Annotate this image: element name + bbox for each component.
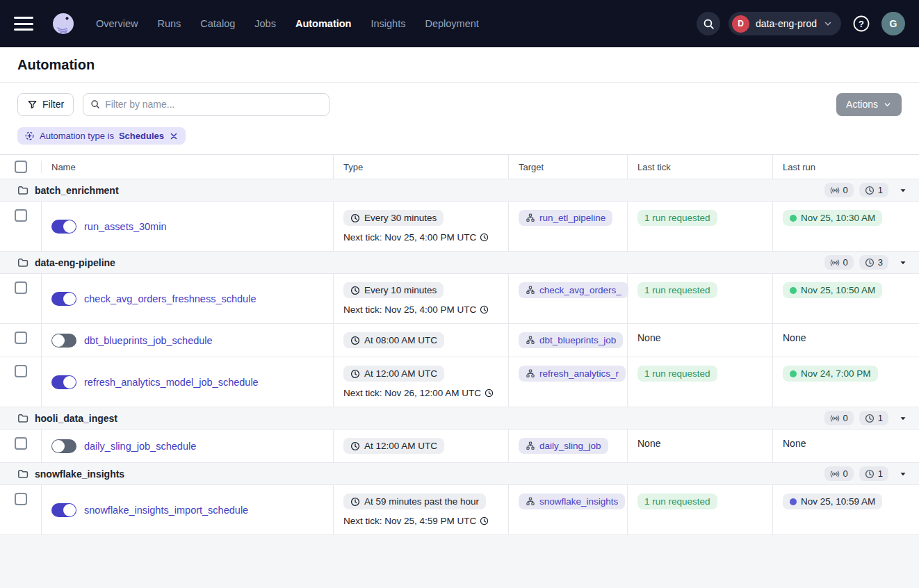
clock-icon (350, 336, 360, 345)
triangle-down-icon (898, 186, 908, 195)
run-status-dot (790, 287, 797, 294)
target-link[interactable]: dbt_blueprints_job (539, 335, 616, 345)
select-all-checkbox[interactable] (15, 161, 27, 173)
search-button[interactable] (697, 12, 720, 35)
row-checkbox[interactable] (15, 332, 27, 344)
nav-runs[interactable]: Runs (157, 18, 181, 29)
target-link[interactable]: daily_sling_job (539, 441, 601, 451)
filter-chip-text: Automation type is (40, 131, 114, 141)
schedule-toggle[interactable] (51, 439, 76, 453)
collapse-group-button[interactable] (898, 414, 908, 423)
nav-jobs[interactable]: Jobs (254, 18, 276, 29)
dagster-logo-icon[interactable] (49, 9, 78, 38)
group-header-hooli-data-ingest[interactable]: hooli_data_ingest 0 1 (0, 407, 919, 429)
schedule-toggle[interactable] (51, 292, 76, 306)
last-tick-badge[interactable]: 1 run requested (637, 282, 717, 298)
row-checkbox[interactable] (15, 209, 27, 222)
schedule-count-badge: 1 (859, 466, 888, 481)
last-run-badge[interactable]: Nov 25, 10:30 AM (783, 210, 882, 226)
help-button[interactable]: ? (849, 12, 873, 35)
target-link[interactable]: snowflake_insights (539, 496, 618, 507)
nav-insights[interactable]: Insights (371, 18, 405, 29)
target-link[interactable]: run_etl_pipeline (539, 213, 605, 223)
target-link[interactable]: check_avg_orders_ (539, 285, 621, 295)
group-name: data-eng-pipeline (35, 257, 115, 268)
schedule-toggle[interactable] (51, 334, 76, 348)
target-badge: check_avg_orders_ (519, 282, 628, 298)
row-checkbox[interactable] (15, 281, 27, 294)
last-tick-none: None (637, 332, 660, 343)
automation-name-link[interactable]: run_assets_30min (84, 221, 167, 232)
group-header-data-eng-pipeline[interactable]: data-eng-pipeline 0 3 (0, 251, 919, 273)
row-checkbox[interactable] (15, 493, 27, 505)
chevron-down-icon (883, 100, 892, 109)
target-link[interactable]: refresh_analytics_r (539, 368, 619, 379)
primary-nav: Overview Runs Catalog Jobs Automation In… (96, 18, 479, 29)
schedule-count-badge: 1 (859, 411, 888, 425)
sensor-icon (830, 258, 840, 268)
schedule-toggle[interactable] (51, 503, 76, 517)
automation-name-link[interactable]: check_avg_orders_freshness_schdule (84, 293, 256, 304)
schedule-count-badge: 3 (859, 255, 888, 270)
automation-name-link[interactable]: daily_sling_job_schedule (84, 441, 196, 452)
table-row: check_avg_orders_freshness_schdule Every… (0, 273, 919, 323)
schedule-toggle[interactable] (51, 375, 76, 389)
run-status-dot (790, 215, 797, 222)
column-header-target: Target (509, 155, 628, 179)
last-tick-badge[interactable]: 1 run requested (637, 366, 717, 382)
actions-button[interactable]: Actions (836, 93, 902, 116)
clock-icon (865, 258, 875, 268)
toolbar: Filter Actions (0, 83, 919, 126)
automation-name-link[interactable]: dbt_blueprints_job_schedule (84, 335, 213, 346)
schedule-toggle[interactable] (51, 220, 76, 234)
group-header-snowflake-insights[interactable]: snowflake_insights 0 1 (0, 462, 919, 484)
group-name: batch_enrichment (35, 185, 119, 196)
question-circle-icon: ? (852, 15, 870, 33)
collapse-group-button[interactable] (898, 258, 908, 268)
nav-deployment[interactable]: Deployment (425, 18, 478, 29)
user-avatar[interactable]: G (881, 12, 905, 35)
automation-name-link[interactable]: refresh_analytics_model_job_schedule (84, 377, 259, 388)
collapse-group-button[interactable] (898, 186, 908, 195)
nav-automation[interactable]: Automation (295, 18, 352, 29)
filter-chip-automation-type[interactable]: Automation type is Schedules (17, 127, 186, 145)
collapse-group-button[interactable] (898, 469, 908, 479)
job-graph-icon (526, 286, 535, 295)
column-header-name: Name (42, 155, 334, 179)
close-icon[interactable] (169, 131, 179, 141)
last-run-badge[interactable]: Nov 25, 10:59 AM (783, 493, 882, 509)
name-search-input[interactable] (105, 99, 322, 110)
next-tick-text: Next tick: Nov 25, 4:59 PM UTC (343, 516, 500, 526)
chevron-down-icon (823, 19, 833, 28)
target-badge: refresh_analytics_r (519, 366, 626, 382)
row-checkbox[interactable] (15, 437, 27, 450)
sensor-icon (830, 469, 840, 479)
last-run-badge[interactable]: Nov 24, 7:00 PM (783, 366, 878, 382)
deployment-name: data-eng-prod (756, 18, 817, 29)
last-tick-none: None (637, 438, 660, 449)
sensor-icon (830, 414, 840, 423)
last-tick-badge[interactable]: 1 run requested (637, 493, 717, 509)
search-icon (703, 18, 715, 30)
last-run-badge[interactable]: Nov 25, 10:50 AM (783, 282, 882, 298)
schedule-type-badge: At 59 minutes past the hour (343, 493, 486, 509)
filter-button-label: Filter (42, 99, 64, 110)
last-run-none: None (783, 438, 806, 449)
schedule-type-badge: At 08:00 AM UTC (343, 332, 444, 348)
table-row: snowflake_insights_import_schedule At 59… (0, 484, 919, 535)
group-header-batch-enrichment[interactable]: batch_enrichment 0 1 (0, 179, 919, 201)
filter-button[interactable]: Filter (17, 93, 74, 116)
search-icon (90, 99, 100, 109)
hamburger-menu-icon[interactable] (14, 17, 33, 31)
clock-icon (480, 305, 489, 314)
last-tick-badge[interactable]: 1 run requested (637, 210, 717, 226)
automation-name-link[interactable]: snowflake_insights_import_schedule (84, 505, 248, 516)
triangle-down-icon (898, 414, 908, 423)
row-checkbox[interactable] (15, 365, 27, 377)
app-root: Overview Runs Catalog Jobs Automation In… (0, 0, 919, 588)
deployment-switcher[interactable]: D data-eng-prod (729, 12, 841, 35)
clock-icon (350, 497, 360, 507)
job-graph-icon (526, 497, 535, 507)
nav-overview[interactable]: Overview (96, 18, 138, 29)
nav-catalog[interactable]: Catalog (200, 18, 235, 29)
